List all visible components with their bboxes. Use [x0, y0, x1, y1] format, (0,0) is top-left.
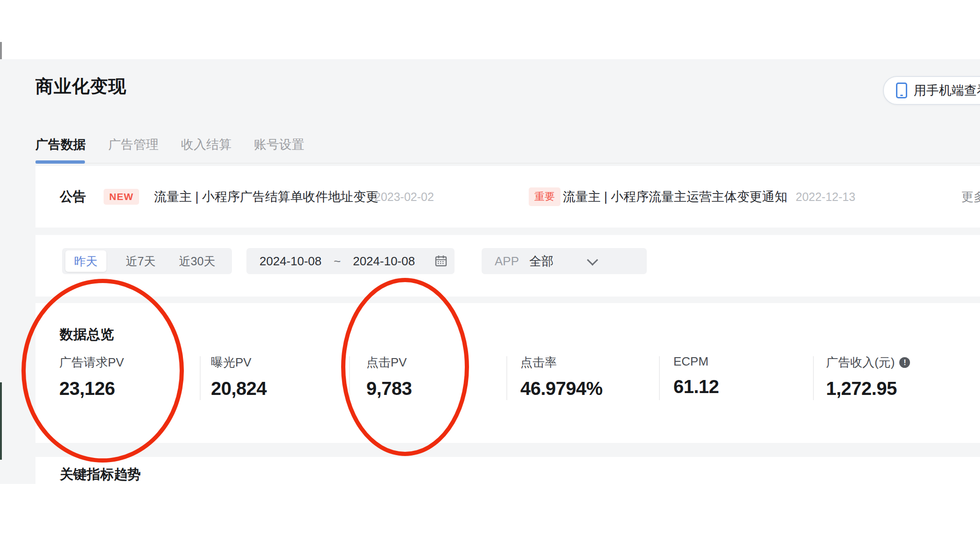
calendar-icon [434, 255, 448, 268]
key-trend-section: 关键指标趋势 [35, 457, 980, 539]
screen-edge-artifact [0, 42, 2, 59]
metric-value: 9,783 [366, 378, 412, 399]
tab-revenue-settlement[interactable]: 收入结算 [181, 136, 231, 153]
date-range-start: 2024-10-08 [259, 254, 322, 269]
filter-bar: 昨天 近7天 近30天 2024-10-08 ~ 2024-10-08 APP [35, 235, 980, 297]
date-quick-range-segmented-control: 昨天 近7天 近30天 [62, 248, 232, 274]
metric-divider [659, 356, 660, 400]
tab-ad-management[interactable]: 广告管理 [108, 136, 159, 153]
phone-icon [896, 83, 907, 98]
tab-ad-data[interactable]: 广告数据 [35, 136, 86, 153]
metric-label: ECPM [673, 354, 708, 369]
range-7days-option[interactable]: 近7天 [112, 254, 169, 269]
metric-ad-request-pv: 广告请求PV 23,126 [59, 354, 124, 399]
metric-value: 1,272.95 [826, 378, 910, 399]
app-filter-label: APP [495, 254, 519, 269]
announcement-date: 2022-12-13 [796, 190, 855, 204]
data-overview-card: 数据总览 广告请求PV 23,126 曝光PV 20,824 点击PV 9,78… [35, 303, 980, 443]
tab-account-settings[interactable]: 账号设置 [254, 136, 304, 153]
announcement-link[interactable]: 流量主 | 小程序广告结算单收件地址变更 [154, 188, 378, 205]
metric-ecpm: ECPM 61.12 [673, 354, 719, 397]
announcement-bar: 公告 NEW 流量主 | 小程序广告结算单收件地址变更 2023-02-02 重… [35, 166, 980, 228]
metric-label: 点击率 [520, 354, 557, 371]
trend-title: 关键指标趋势 [60, 465, 141, 484]
badge-new: NEW [104, 189, 139, 205]
metric-impression-pv: 曝光PV 20,824 [211, 354, 266, 399]
metric-value: 61.12 [673, 376, 719, 397]
range-yesterday-option[interactable]: 昨天 [65, 250, 106, 272]
active-tab-indicator [35, 160, 85, 164]
metric-divider [813, 356, 814, 400]
metric-divider [349, 356, 350, 400]
screen-edge-artifact [0, 382, 2, 460]
date-range-end: 2024-10-08 [353, 254, 415, 269]
tab-bar: 广告数据 广告管理 收入结算 账号设置 [35, 136, 304, 153]
badge-important: 重要 [529, 187, 560, 206]
metric-label: 点击PV [366, 354, 407, 371]
metric-value: 46.9794% [520, 378, 602, 399]
metric-click-pv: 点击PV 9,783 [366, 354, 412, 399]
metric-label: 广告收入(元) [826, 354, 895, 371]
range-30days-option[interactable]: 近30天 [169, 254, 225, 269]
page-title: 商业化变现 [35, 75, 126, 98]
metric-value: 23,126 [59, 378, 124, 399]
metric-divider [506, 356, 507, 400]
metric-label: 广告请求PV [59, 354, 124, 371]
tabbar-divider [35, 163, 980, 164]
view-on-mobile-label: 用手机端查看数据 [914, 82, 980, 99]
app-filter-select[interactable]: APP 全部 [482, 248, 647, 274]
more-announcements-link[interactable]: 更多 [961, 189, 980, 205]
date-range-picker[interactable]: 2024-10-08 ~ 2024-10-08 [246, 248, 455, 274]
metric-click-rate: 点击率 46.9794% [520, 354, 602, 399]
info-icon[interactable]: ! [899, 357, 910, 368]
metric-value: 20,824 [211, 378, 266, 399]
metric-divider [200, 356, 201, 400]
metric-label: 曝光PV [211, 354, 252, 371]
monetization-dashboard: 商业化变现 用手机端查看数据 广告数据 广告管理 收入结算 账号设置 公告 NE… [0, 0, 980, 539]
view-on-mobile-button[interactable]: 用手机端查看数据 [883, 76, 980, 105]
announcement-link[interactable]: 流量主 | 小程序流量主运营主体变更通知 [563, 188, 787, 205]
metric-ad-revenue: 广告收入(元) ! 1,272.95 [826, 354, 910, 399]
chevron-down-icon [587, 254, 598, 265]
announcement-title: 公告 [60, 188, 86, 206]
overview-title: 数据总览 [60, 325, 114, 344]
app-filter-value: 全部 [529, 253, 553, 270]
announcement-date: 2023-02-02 [374, 190, 434, 204]
date-range-separator: ~ [334, 254, 341, 269]
